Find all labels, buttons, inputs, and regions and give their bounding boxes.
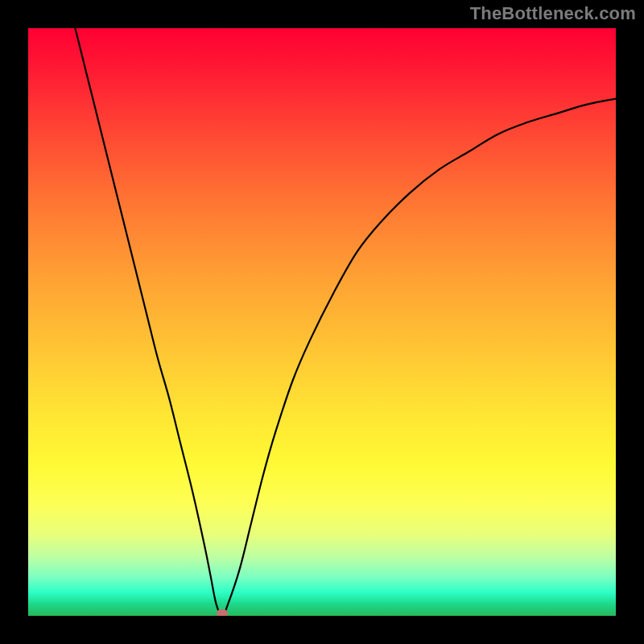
curve-svg [28, 28, 616, 616]
plot-area [28, 28, 616, 616]
chart-frame: TheBottleneck.com [0, 0, 644, 644]
optimal-point-marker [217, 609, 228, 616]
bottleneck-curve [75, 28, 616, 616]
attribution-label: TheBottleneck.com [470, 3, 636, 24]
